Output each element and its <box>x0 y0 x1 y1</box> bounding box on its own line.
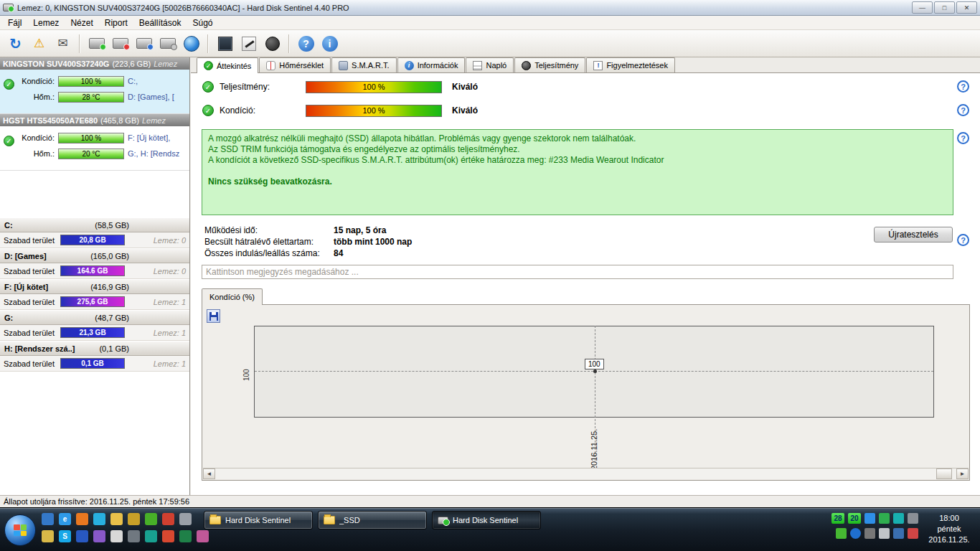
partition-row[interactable]: Szabad terület 0,1 GB Lemez: 1 <box>0 356 189 372</box>
partition-row[interactable]: Szabad terület 21,3 GB Lemez: 1 <box>0 325 189 341</box>
partition-header[interactable]: C: (58,5 GB) <box>0 217 189 232</box>
shield-tray-icon[interactable] <box>879 513 890 524</box>
notepad-icon[interactable] <box>110 530 123 542</box>
antivirus-tray-icon[interactable] <box>908 528 918 539</box>
media-player-icon[interactable] <box>93 513 105 525</box>
maximize-button[interactable]: □ <box>934 1 955 14</box>
status-line: A mozgó alkatrész nélküli meghajtó (SSD)… <box>208 133 947 144</box>
viber-icon[interactable] <box>93 530 105 542</box>
disk-summary-selected[interactable]: ✓ Kondíció: 100 % C:, Hőm.: 28 °C D: [Ga… <box>0 70 189 114</box>
free-space-bar: 0,1 GB <box>60 358 125 369</box>
excel-icon[interactable] <box>179 530 192 542</box>
disk-temperature-button[interactable] <box>109 33 131 55</box>
chart-scrollbar[interactable]: ◄ ► <box>203 468 969 479</box>
info-button[interactable]: i <box>319 33 341 55</box>
scroll-right-button[interactable]: ► <box>956 468 969 479</box>
menu-report[interactable]: Riport <box>99 17 133 29</box>
chrome-icon[interactable] <box>162 530 174 542</box>
sync-tray-icon[interactable] <box>893 513 904 524</box>
tab-information[interactable]: iInformációk <box>397 57 466 72</box>
close-button[interactable]: ✕ <box>956 1 977 14</box>
taskbar: e S <box>0 507 980 551</box>
tab-overview[interactable]: ✓Áttekintés <box>197 57 258 73</box>
teal-app-icon[interactable] <box>145 530 157 542</box>
internet-explorer-icon[interactable]: e <box>59 513 71 525</box>
partition-header[interactable]: H: [Rendszer szá..] (0,1 GB) <box>0 341 189 356</box>
tab-alerts[interactable]: !Figyelmeztetések <box>586 57 675 72</box>
start-button[interactable] <box>4 514 36 546</box>
minimize-button[interactable]: — <box>912 1 933 14</box>
paint-icon[interactable] <box>197 530 209 542</box>
power-tray-icon[interactable] <box>864 513 875 524</box>
disk-search-button[interactable] <box>156 33 179 55</box>
comment-input[interactable] <box>202 265 953 279</box>
partition-row[interactable]: Szabad terület 20,8 GB Lemez: 0 <box>0 232 189 248</box>
taskbar-button-folder-hds[interactable]: Hard Disk Sentinel <box>204 511 313 529</box>
update-tray-icon[interactable] <box>836 528 847 539</box>
calculator-icon[interactable] <box>128 530 140 542</box>
graph-button[interactable] <box>237 33 260 55</box>
help-icon[interactable]: ? <box>957 104 969 116</box>
partition-header[interactable]: D: [Games] (165,0 GB) <box>0 248 189 263</box>
green-app-icon[interactable] <box>145 513 157 525</box>
explorer-icon[interactable] <box>42 530 54 542</box>
volume-tray-icon[interactable] <box>879 528 890 539</box>
taskbar-button-hds-app[interactable]: Hard Disk Sentinel <box>432 511 541 529</box>
app-tray-icon[interactable] <box>908 513 918 524</box>
device-tray-icon[interactable] <box>864 528 875 539</box>
gauge-button[interactable] <box>261 33 283 55</box>
mail-shortcut-icon[interactable] <box>128 513 140 525</box>
help-icon[interactable]: ? <box>957 80 969 93</box>
disk-overview-button[interactable] <box>85 33 108 55</box>
tab-smart[interactable]: S.M.A.R.T. <box>331 57 397 72</box>
surface-test-button[interactable] <box>214 33 236 55</box>
show-desktop-icon[interactable] <box>42 513 54 525</box>
scrollbar-track[interactable] <box>215 468 956 479</box>
condition-label: Kondíció: <box>17 133 55 142</box>
disk-partitions-line: D: [Games], [ <box>128 93 174 101</box>
folder-shortcut-icon[interactable] <box>110 513 123 525</box>
partition-header[interactable]: F: [Új kötet] (416,9 GB) <box>0 279 189 294</box>
alert-button[interactable]: ⚠ <box>28 33 50 55</box>
menu-view[interactable]: Nézet <box>65 17 98 29</box>
tab-log[interactable]: Napló <box>466 57 514 72</box>
disk-smart-button[interactable] <box>133 33 155 55</box>
menu-help[interactable]: Súgó <box>187 17 218 29</box>
retest-button[interactable]: Újratesztelés <box>874 227 953 242</box>
menu-disk[interactable]: Lemez <box>27 17 65 29</box>
refresh-button[interactable]: ↻ <box>4 33 27 55</box>
temperature-tray-badge[interactable]: 28 <box>831 513 844 524</box>
partition-row[interactable]: Szabad terület 275,6 GB Lemez: 1 <box>0 294 189 310</box>
help-icon[interactable]: ? <box>957 234 969 246</box>
partition-header[interactable]: G: (48,7 GB) <box>0 310 189 325</box>
gray-app-icon[interactable] <box>179 513 192 525</box>
report-button[interactable]: ✉ <box>52 33 74 55</box>
temperature-tray-badge[interactable]: 20 <box>848 513 861 524</box>
chart-tab[interactable]: Kondíció (%) <box>202 288 263 305</box>
partition-row[interactable]: Szabad terület 164.6 GB Lemez: 0 <box>0 263 189 279</box>
disk-header[interactable]: KINGSTON SUV400S37240G (223,6 GB) Lemez <box>0 57 189 70</box>
taskbar-clock[interactable]: 18:00 péntek 2016.11.25. <box>921 513 977 545</box>
network-tray-icon[interactable] <box>893 528 904 539</box>
save-chart-button[interactable] <box>207 309 220 323</box>
help-button[interactable]: ? <box>295 33 317 55</box>
taskbar-button-folder-ssd[interactable]: _SSD <box>318 511 427 529</box>
bluetooth-tray-icon[interactable] <box>850 528 861 539</box>
firefox-icon[interactable] <box>76 513 88 525</box>
status-bar-text: Állapot utoljára frissítve: 2016.11.25. … <box>4 497 189 506</box>
menu-file[interactable]: Fájl <box>2 17 27 29</box>
tab-performance[interactable]: Teljesítmény <box>514 57 585 72</box>
red-app-icon[interactable] <box>162 513 174 525</box>
disk-header[interactable]: HGST HTS545050A7E680 (465,8 GB) Lemez <box>0 114 189 126</box>
scroll-left-button[interactable]: ◄ <box>203 468 215 479</box>
help-icon[interactable]: ? <box>957 132 969 144</box>
performance-bar: 100 % <box>306 81 442 93</box>
tab-temperature[interactable]: Hőmérséklet <box>259 57 331 72</box>
scrollbar-thumb[interactable] <box>936 468 952 479</box>
menu-settings[interactable]: Beállítások <box>133 17 187 29</box>
word-icon[interactable] <box>76 530 88 542</box>
skype-icon[interactable]: S <box>59 530 71 542</box>
web-button[interactable] <box>180 33 202 55</box>
taskbar-button-label: Hard Disk Sentinel <box>453 516 518 524</box>
disk-summary[interactable]: ✓ Kondíció: 100 % F: [Új kötet], Hőm.: 2… <box>0 126 189 171</box>
